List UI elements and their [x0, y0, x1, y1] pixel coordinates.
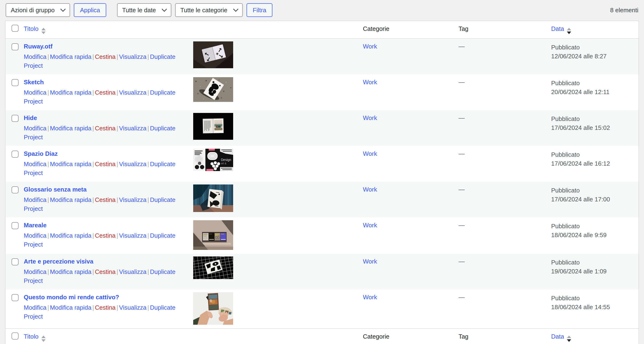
view-link[interactable]: Visualizza: [119, 125, 147, 132]
row-checkbox[interactable]: [12, 186, 18, 194]
post-status: Pubblicato: [551, 222, 638, 231]
post-title-link[interactable]: Arte e percezione visiva: [24, 257, 93, 265]
view-link[interactable]: Visualizza: [119, 268, 147, 275]
trash-link[interactable]: Cestina: [95, 160, 116, 167]
quick-edit-link[interactable]: Modifica rapida: [50, 89, 92, 96]
sort-desc-active-icon: [567, 32, 571, 34]
sort-by-date-link[interactable]: Data: [551, 25, 564, 32]
edit-link[interactable]: Modifica: [24, 53, 46, 60]
trash-link[interactable]: Cestina: [95, 232, 116, 239]
view-link[interactable]: Visualizza: [119, 89, 147, 96]
row-checkbox[interactable]: [12, 294, 18, 301]
category-link[interactable]: Work: [363, 43, 377, 50]
quick-edit-link[interactable]: Modifica rapida: [50, 53, 92, 60]
action-separator: |: [46, 89, 50, 96]
action-separator: |: [46, 125, 50, 132]
row-checkbox[interactable]: [12, 150, 18, 158]
categories-column-header: Categorie: [363, 25, 390, 32]
trash-link[interactable]: Cestina: [95, 304, 116, 311]
edit-link[interactable]: Modifica: [24, 268, 46, 275]
row-checkbox[interactable]: [12, 115, 18, 122]
action-separator: |: [116, 53, 119, 60]
no-tags-dash: —: [458, 43, 465, 50]
table-row: Ruway.otf Modifica|Modifica rapida|Cesti…: [6, 39, 638, 74]
row-checkbox[interactable]: [12, 79, 18, 86]
action-separator: |: [92, 196, 95, 203]
action-separator: |: [146, 304, 150, 311]
categories-filter-select[interactable]: Tutte le categorie: [175, 3, 243, 17]
category-link[interactable]: Work: [363, 258, 377, 265]
sort-desc-active-icon: [567, 339, 571, 342]
sort-by-title-link[interactable]: Titolo: [24, 25, 38, 32]
table-row: Sketch Modifica|Modifica rapida|Cestina|…: [6, 74, 638, 110]
post-title-link[interactable]: Hide: [24, 114, 37, 122]
view-link[interactable]: Visualizza: [119, 196, 147, 203]
quick-edit-link[interactable]: Modifica rapida: [50, 304, 92, 311]
category-link[interactable]: Work: [363, 222, 377, 229]
edit-link[interactable]: Modifica: [24, 160, 46, 167]
action-separator: |: [146, 232, 150, 239]
view-link[interactable]: Visualizza: [119, 53, 147, 60]
dates-filter-select[interactable]: Tutte le date: [117, 3, 172, 17]
post-title-link[interactable]: Sketch: [24, 78, 44, 86]
category-link[interactable]: Work: [363, 186, 377, 193]
category-link[interactable]: Work: [363, 150, 377, 157]
post-title-link[interactable]: Mareale: [24, 221, 46, 229]
category-link[interactable]: Work: [363, 294, 377, 301]
trash-link[interactable]: Cestina: [95, 53, 116, 60]
category-link[interactable]: Work: [363, 79, 377, 86]
filter-button[interactable]: Filtra: [246, 3, 272, 17]
row-actions: Modifica|Modifica rapida|Cestina|Visuali…: [24, 231, 188, 249]
view-link[interactable]: Visualizza: [119, 160, 147, 167]
row-actions: Modifica|Modifica rapida|Cestina|Visuali…: [24, 88, 188, 106]
quick-edit-link[interactable]: Modifica rapida: [50, 232, 92, 239]
row-checkbox[interactable]: [12, 222, 18, 229]
apply-button[interactable]: Applica: [74, 3, 106, 17]
edit-link[interactable]: Modifica: [24, 232, 46, 239]
trash-link[interactable]: Cestina: [95, 125, 116, 132]
quick-edit-link[interactable]: Modifica rapida: [50, 268, 92, 275]
view-link[interactable]: Visualizza: [119, 232, 147, 239]
select-all-checkbox[interactable]: [12, 25, 18, 32]
trash-link[interactable]: Cestina: [95, 89, 116, 96]
action-separator: |: [146, 125, 150, 132]
select-all-checkbox[interactable]: [12, 332, 18, 339]
table-row: Spazio Diaz Modifica|Modifica rapida|Ces…: [6, 146, 638, 182]
trash-link[interactable]: Cestina: [95, 196, 116, 203]
quick-edit-link[interactable]: Modifica rapida: [50, 196, 92, 203]
sort-asc-icon: [41, 335, 46, 338]
edit-link[interactable]: Modifica: [24, 89, 46, 96]
post-title-link[interactable]: Questo mondo mi rende cattivo?: [24, 293, 119, 301]
action-separator: |: [92, 125, 95, 132]
action-separator: |: [116, 89, 119, 96]
chevron-down-icon: [60, 6, 66, 12]
post-title-link[interactable]: Spazio Diaz: [24, 150, 58, 158]
post-title-link[interactable]: Glossario senza meta: [24, 186, 86, 194]
no-tags-dash: —: [458, 150, 465, 157]
trash-link[interactable]: Cestina: [95, 268, 116, 275]
edit-link[interactable]: Modifica: [24, 304, 46, 311]
category-link[interactable]: Work: [363, 114, 377, 121]
post-date: 20/06/2024 alle 12:11: [551, 88, 638, 96]
filter-button-label: Filtra: [253, 7, 266, 14]
table-row: Questo mondo mi rende cattivo? Modifica|…: [6, 289, 638, 328]
row-checkbox[interactable]: [12, 43, 18, 50]
list-table-top-toolbar: Azioni di gruppo Applica Tutte le date T…: [0, 0, 644, 21]
sort-by-title-link[interactable]: Titolo: [24, 333, 38, 340]
action-separator: |: [146, 160, 150, 167]
sort-arrows-icon: [41, 335, 46, 342]
view-link[interactable]: Visualizza: [119, 304, 147, 311]
sort-asc-icon: [41, 28, 46, 30]
row-checkbox[interactable]: [12, 258, 18, 265]
action-separator: |: [46, 160, 50, 167]
edit-link[interactable]: Modifica: [24, 196, 46, 203]
row-actions: Modifica|Modifica rapida|Cestina|Visuali…: [24, 267, 188, 285]
post-title-link[interactable]: Ruway.otf: [24, 42, 52, 50]
action-separator: |: [146, 268, 150, 275]
edit-link[interactable]: Modifica: [24, 125, 46, 132]
bulk-actions-select[interactable]: Azioni di gruppo: [6, 3, 70, 17]
quick-edit-link[interactable]: Modifica rapida: [50, 160, 92, 167]
quick-edit-link[interactable]: Modifica rapida: [50, 125, 92, 132]
no-tags-dash: —: [458, 294, 465, 301]
sort-by-date-link[interactable]: Data: [551, 333, 564, 340]
